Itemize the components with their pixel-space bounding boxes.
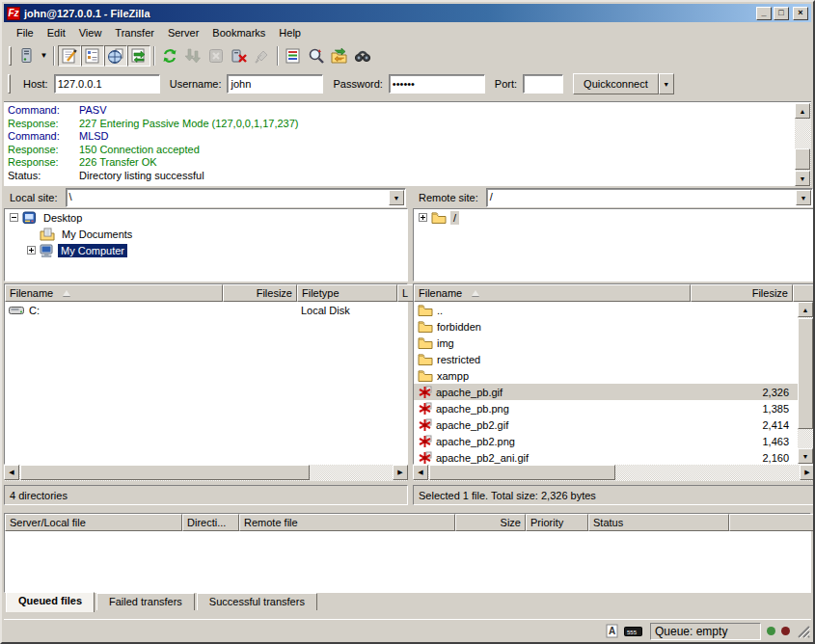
file-size <box>691 318 793 335</box>
toggle-remote-tree-icon[interactable] <box>104 45 127 67</box>
folder-icon <box>418 304 433 316</box>
queue-status-text: Queue: empty <box>655 625 727 638</box>
column-header-priority[interactable]: Priority <box>526 514 588 531</box>
quickconnect-dropdown[interactable]: ▼ <box>659 73 674 94</box>
refresh-icon[interactable] <box>158 45 181 67</box>
remote-file-row[interactable]: apache_pb2.gif2,414 <box>414 416 798 433</box>
minimize-button[interactable]: _ <box>756 7 772 20</box>
maximize-button[interactable]: □ <box>774 7 789 20</box>
menu-item-transfer[interactable]: Transfer <box>108 25 161 40</box>
local-h-scrollbar[interactable]: ◀ ▶ <box>4 465 408 481</box>
log-line: Response:226 Transfer OK <box>4 156 794 170</box>
expander-plus-icon[interactable] <box>27 246 36 255</box>
column-header-filetype[interactable]: Filetype <box>297 284 397 302</box>
process-queue-icon[interactable] <box>181 45 204 67</box>
image-icon <box>418 386 432 399</box>
tab-failed-transfers[interactable]: Failed transfers <box>96 593 195 610</box>
scroll-right-icon[interactable]: ▶ <box>800 465 815 480</box>
quickconnect-bar: Host: Username: Password: Port: Quickcon… <box>4 68 811 99</box>
quickconnect-button[interactable]: Quickconnect <box>573 73 659 94</box>
host-input[interactable] <box>54 74 160 94</box>
remote-h-thumb[interactable] <box>429 465 615 480</box>
tree-item--[interactable]: / <box>414 209 814 226</box>
column-header-filesize[interactable]: Filesize <box>223 284 297 302</box>
menu-item-bookmarks[interactable]: Bookmarks <box>205 25 272 40</box>
tree-item-desktop[interactable]: Desktop <box>5 209 407 226</box>
toolbar-separator <box>153 46 155 66</box>
file-size <box>223 302 297 318</box>
log-scrollbar-thumb[interactable] <box>795 148 810 170</box>
resize-grip[interactable] <box>796 624 810 638</box>
scroll-up-icon[interactable]: ▲ <box>798 302 813 317</box>
username-input[interactable] <box>227 74 323 94</box>
scroll-down-icon[interactable]: ▼ <box>798 448 813 464</box>
port-input[interactable] <box>523 74 563 94</box>
scroll-down-icon[interactable]: ▼ <box>795 171 810 186</box>
toggle-local-tree-icon[interactable] <box>81 45 104 67</box>
column-header-filename[interactable]: Filename <box>414 284 691 302</box>
reconnect-icon[interactable] <box>251 45 274 67</box>
expander-minus-icon[interactable] <box>10 213 18 222</box>
chevron-down-icon[interactable]: ▼ <box>389 190 404 205</box>
menu-item-edit[interactable]: Edit <box>41 25 72 40</box>
remote-file-list: FilenameFilesize ..forbiddenimgrestricte… <box>413 283 815 465</box>
site-manager-icon[interactable] <box>14 45 38 67</box>
column-header-remote-file[interactable]: Remote file <box>239 514 455 531</box>
remote-site-combo[interactable]: / ▼ <box>486 188 813 207</box>
tree-item-my-documents[interactable]: My Documents <box>5 226 407 242</box>
column-header-directi-[interactable]: Directi... <box>182 514 239 531</box>
synchronized-browsing-icon[interactable] <box>328 45 351 67</box>
remote-file-row[interactable]: .. <box>414 302 798 318</box>
tab-successful-transfers[interactable]: Successful transfers <box>197 593 317 610</box>
ascii-transfer-type-icon: A <box>606 624 619 638</box>
toggle-queue-icon[interactable] <box>127 45 150 67</box>
chevron-down-icon[interactable]: ▼ <box>796 190 811 205</box>
column-header-server-local-file[interactable]: Server/Local file <box>5 514 182 531</box>
remote-file-row[interactable]: apache_pb.gif2,326 <box>414 384 798 400</box>
column-header-size[interactable]: Size <box>455 514 526 531</box>
column-header-filler <box>793 284 815 302</box>
remote-file-row[interactable]: apache_pb2_ani.gif2,160 <box>414 449 798 464</box>
remote-file-row[interactable]: forbidden <box>414 318 798 335</box>
directory-filter-icon[interactable] <box>282 45 305 67</box>
remote-file-row[interactable]: apache_pb.png1,385 <box>414 400 798 416</box>
remote-file-row[interactable]: restricted <box>414 351 798 367</box>
local-h-thumb[interactable] <box>20 465 310 480</box>
scroll-up-icon[interactable]: ▲ <box>795 103 810 119</box>
menu-item-server[interactable]: Server <box>161 25 205 40</box>
remote-file-row[interactable]: xampp <box>414 367 798 384</box>
remote-file-row[interactable]: apache_pb2.png1,463 <box>414 433 798 449</box>
remote-v-thumb[interactable] <box>798 318 813 429</box>
scroll-left-icon[interactable]: ◀ <box>413 465 428 480</box>
column-header-status[interactable]: Status <box>588 514 729 531</box>
close-button[interactable]: × <box>793 7 808 20</box>
menu-item-view[interactable]: View <box>72 25 109 40</box>
log-scrollbar[interactable]: ▲ ▼ <box>795 103 811 186</box>
toggle-message-log-icon[interactable] <box>58 45 81 67</box>
local-site-combo[interactable]: \ ▼ <box>66 188 406 207</box>
remote-v-scrollbar[interactable]: ▲ ▼ <box>798 302 814 464</box>
local-file-row[interactable]: C:Local Disk <box>5 302 407 318</box>
menu-item-help[interactable]: Help <box>272 25 308 40</box>
tree-item-my-computer[interactable]: My Computer <box>5 242 407 258</box>
site-manager-dropdown[interactable]: ▼ <box>38 45 50 67</box>
remote-file-row[interactable]: img <box>414 335 798 351</box>
column-header-filename[interactable]: Filename <box>5 284 223 302</box>
tab-queued-files[interactable]: Queued files <box>6 592 95 612</box>
directory-comparison-icon[interactable] <box>305 45 328 67</box>
remote-h-scrollbar[interactable]: ◀ ▶ <box>413 465 815 481</box>
file-size: 1,463 <box>691 433 793 449</box>
toolbar-grip[interactable] <box>9 46 12 66</box>
cancel-operation-icon[interactable] <box>204 45 228 67</box>
expander-plus-icon[interactable] <box>419 213 427 222</box>
log-line: Status:Directory listing successful <box>4 170 794 183</box>
column-header-filesize[interactable]: Filesize <box>691 284 793 302</box>
menu-item-file[interactable]: File <box>10 25 41 40</box>
quickconnect-grip[interactable] <box>8 74 11 94</box>
disconnect-icon[interactable] <box>228 45 251 67</box>
title-bar[interactable]: Fz john@127.0.0.1 - FileZilla _ □ × <box>4 4 811 22</box>
password-input[interactable] <box>389 74 485 94</box>
scroll-left-icon[interactable]: ◀ <box>4 465 19 480</box>
scroll-right-icon[interactable]: ▶ <box>393 465 408 480</box>
find-files-icon[interactable] <box>351 45 374 67</box>
